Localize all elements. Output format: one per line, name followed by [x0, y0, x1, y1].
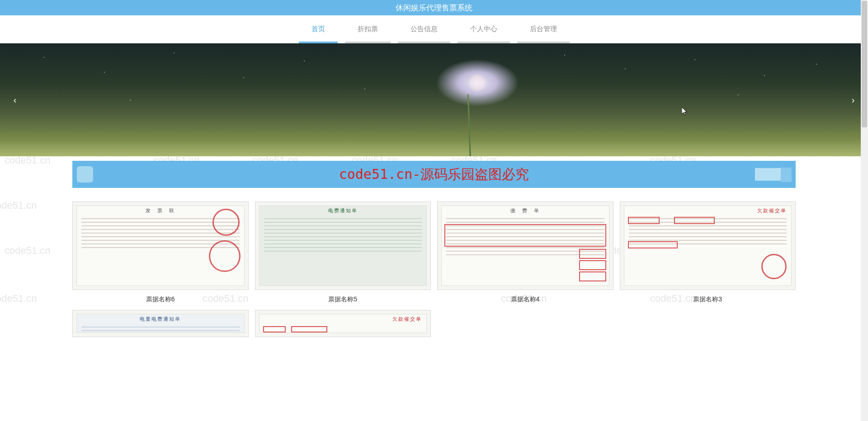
- nav-label: 首页: [311, 25, 325, 33]
- scrollbar[interactable]: [861, 0, 868, 337]
- ticket-card[interactable]: 电量电费通知单: [72, 310, 249, 337]
- ticket-card[interactable]: 缴 费 单 票据名称4: [437, 201, 613, 304]
- ticket-card[interactable]: 电费通知单 票据名称5: [255, 201, 431, 304]
- nav-label: 个人中心: [470, 25, 497, 33]
- ticket-label: 票据名称6: [146, 295, 175, 304]
- nav-label: 后台管理: [530, 25, 557, 33]
- scrollbar-thumb[interactable]: [862, 1, 867, 127]
- ticket-thumbnail: 发 票 联: [72, 201, 249, 290]
- nav-admin[interactable]: 后台管理: [517, 15, 570, 43]
- ticket-thumbnail: 欠款催交单: [255, 310, 431, 337]
- ticket-label: 票据名称5: [328, 295, 357, 304]
- ticket-card[interactable]: 欠款催交单: [255, 310, 431, 337]
- ticket-label: 票据名称3: [693, 295, 722, 304]
- ticket-card[interactable]: 发 票 联 票据名称6: [72, 201, 249, 304]
- nav-home[interactable]: 首页: [299, 15, 338, 43]
- ticket-grid: 发 票 联 票据名称6 电费通知单 票据名称5: [72, 201, 796, 337]
- carousel-next-button[interactable]: ›: [846, 93, 860, 107]
- watermark: code51.cn: [0, 200, 37, 211]
- banner-left-box[interactable]: [77, 166, 93, 182]
- ticket-card[interactable]: 欠款催交单 票据名称3: [620, 201, 796, 304]
- page-title: 休闲娱乐代理售票系统: [396, 3, 472, 13]
- nav-label: 折扣票: [358, 25, 378, 33]
- banner-right-box[interactable]: [755, 168, 791, 181]
- nav-announcement[interactable]: 公告信息: [398, 15, 450, 43]
- ticket-label: 票据名称4: [511, 295, 540, 304]
- watermark: code51.cn: [0, 293, 37, 304]
- ticket-thumbnail: 电费通知单: [255, 201, 431, 290]
- chevron-right-icon: ›: [852, 95, 855, 105]
- nav-discount[interactable]: 折扣票: [345, 15, 391, 43]
- banner-strip: code51.cn-源码乐园盗图必究: [72, 161, 796, 188]
- nav-personal[interactable]: 个人中心: [458, 15, 510, 43]
- nav-bar: 首页 折扣票 公告信息 个人中心 后台管理: [0, 15, 868, 43]
- watermark: code51.cn: [5, 245, 51, 257]
- banner-overlay-text: code51.cn-源码乐园盗图必究: [339, 165, 529, 184]
- chevron-left-icon: ‹: [14, 95, 17, 105]
- hero-carousel: ‹ ›: [0, 43, 868, 156]
- ticket-thumbnail: 欠款催交单: [620, 201, 796, 290]
- ticket-thumbnail: 电量电费通知单: [72, 310, 249, 337]
- ticket-thumbnail: 缴 费 单: [437, 201, 613, 290]
- carousel-prev-button[interactable]: ‹: [8, 93, 22, 107]
- carousel-image: [0, 43, 868, 156]
- nav-label: 公告信息: [410, 25, 438, 33]
- header-bar: 休闲娱乐代理售票系统: [0, 0, 868, 15]
